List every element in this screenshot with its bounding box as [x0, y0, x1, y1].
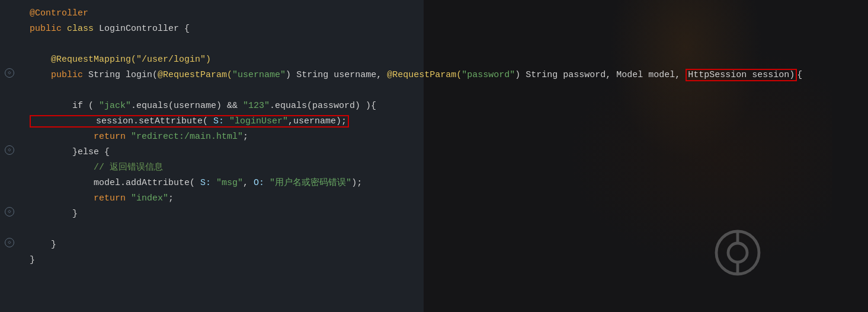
ann-requestparam-2: @RequestParam(: [387, 70, 462, 80]
line-content-2: public class LoginController {: [24, 22, 868, 36]
code-line-10: ◇ }else {: [0, 145, 868, 160]
param-string-password: String password,: [526, 70, 616, 80]
param-s: S:: [213, 116, 229, 126]
line-content-15: [24, 222, 868, 237]
line-content-14: }: [24, 207, 868, 221]
str-index: "index": [131, 193, 168, 203]
annotation-requestmapping: @RequestMapping("/user/login"): [30, 55, 211, 65]
gutter-5: ◇: [0, 68, 24, 78]
brace-open: {: [797, 70, 802, 80]
ann-requestparam-1: @RequestParam(: [158, 70, 232, 80]
line-content-10: }else {: [24, 145, 868, 160]
editor-container: @Controller public class LoginController…: [0, 0, 868, 312]
code-line-1: @Controller: [0, 6, 868, 21]
close-brace-inner: }: [30, 209, 78, 219]
line-content-6: [24, 84, 868, 98]
code-line-15: [0, 222, 868, 237]
method-name: login(: [126, 70, 158, 80]
kw-class: class: [67, 24, 99, 34]
line-content-1: @Controller: [24, 7, 868, 21]
gutter-10: ◇: [0, 145, 24, 155]
kw-public: public: [30, 24, 67, 34]
semicolon-3: ;: [168, 193, 174, 203]
line-content-12: model.addAttribute( S: "msg", O: "用户名或密码…: [24, 176, 868, 190]
kw-public-2: public: [30, 70, 88, 80]
semicolon-2: );: [351, 178, 362, 188]
else-block: }else {: [30, 147, 110, 157]
code-line-17: }: [0, 253, 868, 268]
param-string-username: String username,: [296, 70, 387, 80]
str-msg: "msg": [216, 178, 243, 188]
param-httpsession: HttpSession session): [688, 70, 795, 80]
comment-return-error: // 返回错误信息: [30, 163, 163, 173]
str-username: "username": [232, 70, 286, 80]
line-content-7: if ( "jack".equals(username) && "123".eq…: [24, 99, 868, 113]
kw-return-1: return: [30, 132, 131, 142]
close-brace-class: }: [30, 255, 35, 265]
str-123: "123": [243, 101, 270, 111]
session-setattr: session.setAttribute(: [32, 116, 213, 126]
code-line-8: session.setAttribute( S: "loginUser",use…: [0, 114, 868, 129]
semicolon-1: ;: [243, 132, 248, 142]
param-model: Model model,: [616, 70, 686, 80]
str-loginuser: "loginUser": [229, 116, 288, 126]
httpsession-highlight: HttpSession session): [686, 69, 797, 81]
line-content-8: session.setAttribute( S: "loginUser",use…: [24, 114, 868, 129]
code-line-16: ◇ }: [0, 237, 868, 253]
param-s-2: S:: [200, 178, 216, 188]
line-content-13: return "index";: [24, 192, 868, 206]
str-password: "password": [462, 70, 515, 80]
str-error-msg: "用户名或密码错误": [270, 178, 351, 188]
line-content-3: [24, 37, 868, 52]
class-name: LoginController {: [99, 24, 190, 34]
setattribute-highlight: session.setAttribute( S: "loginUser",use…: [30, 115, 349, 128]
return-type: String: [88, 70, 126, 80]
if-stmt: if (: [30, 101, 99, 111]
breakpoint-icon-5: ◇: [5, 68, 14, 78]
code-line-9: return "redirect:/main.html";: [0, 129, 868, 145]
code-line-14: ◇ }: [0, 206, 868, 222]
line-content-16: }: [24, 238, 868, 252]
line-content-11: // 返回错误信息: [24, 161, 868, 175]
code-area: @Controller public class LoginController…: [0, 0, 868, 274]
line-content-9: return "redirect:/main.html";: [24, 130, 868, 144]
gutter-16: ◇: [0, 238, 24, 247]
code-line-13: return "index";: [0, 191, 868, 206]
code-line-12: model.addAttribute( S: "msg", O: "用户名或密码…: [0, 176, 868, 191]
code-line-2: public class LoginController {: [0, 21, 868, 37]
code-line-7: if ( "jack".equals(username) && "123".eq…: [0, 98, 868, 114]
breakpoint-icon-16: ◇: [5, 238, 14, 247]
paren-close-2: ): [515, 70, 526, 80]
annotation-controller: @Controller: [30, 8, 88, 18]
equals-1: .equals(username) &&: [131, 101, 243, 111]
comma-username: ,username);: [288, 116, 347, 126]
code-line-5: ◇ public String login(@RequestParam("use…: [0, 68, 868, 83]
str-redirect: "redirect:/main.html": [131, 132, 243, 142]
code-line-3: [0, 37, 868, 52]
close-brace-method: }: [30, 240, 56, 250]
breakpoint-icon-10: ◇: [5, 145, 14, 155]
comma-o: ,: [243, 178, 254, 188]
param-o: O:: [254, 178, 270, 188]
str-jack: "jack": [99, 101, 131, 111]
code-line-11: // 返回错误信息: [0, 160, 868, 176]
gutter-14: ◇: [0, 207, 24, 217]
paren-close-1: ): [286, 70, 296, 80]
code-line-6: [0, 83, 868, 98]
model-addattr: model.addAttribute(: [30, 178, 200, 188]
breakpoint-icon-14: ◇: [5, 207, 14, 217]
line-content-5: public String login(@RequestParam("usern…: [24, 68, 868, 82]
kw-return-2: return: [30, 193, 131, 203]
code-line-4: @RequestMapping("/user/login"): [0, 52, 868, 68]
line-content-17: }: [24, 253, 868, 268]
equals-2: .equals(password) ){: [270, 101, 376, 111]
line-content-4: @RequestMapping("/user/login"): [24, 53, 868, 67]
